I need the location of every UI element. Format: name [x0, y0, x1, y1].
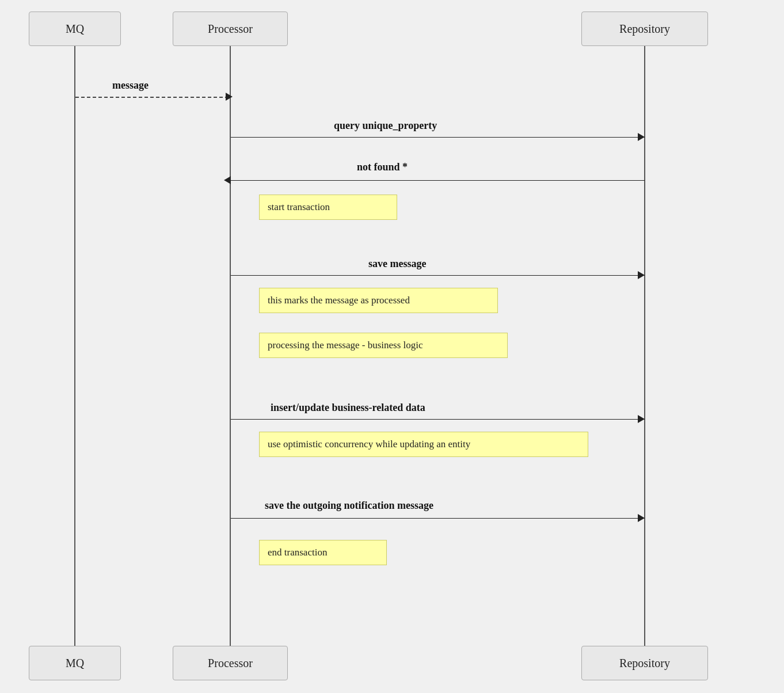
- arrowhead-save-message: [638, 271, 645, 279]
- arrow-line-insert-update: [231, 419, 645, 420]
- arrowhead-save-outgoing: [638, 514, 645, 522]
- arrow-line-notfound: [231, 180, 645, 181]
- actor-processor-top: Processor: [173, 12, 288, 46]
- actor-repository-bottom: Repository: [581, 646, 708, 680]
- note-marks-processed: this marks the message as processed: [259, 288, 498, 313]
- lifeline-mq: [74, 46, 75, 646]
- arrow-line-save-message: [231, 275, 645, 276]
- arrowhead-message: [226, 93, 233, 101]
- note-business-logic: processing the message - business logic: [259, 333, 508, 358]
- arrowhead-query: [638, 133, 645, 141]
- note-start-transaction: start transaction: [259, 195, 397, 220]
- actor-mq-bottom: MQ: [29, 646, 121, 680]
- actor-mq-top: MQ: [29, 12, 121, 46]
- arrow-label-query: query unique_property: [334, 120, 437, 132]
- actor-repository-top: Repository: [581, 12, 708, 46]
- sequence-diagram: MQ Processor Repository message query un…: [0, 0, 784, 693]
- actor-processor-bottom: Processor: [173, 646, 288, 680]
- arrow-line-save-outgoing: [231, 518, 645, 519]
- lifeline-processor: [230, 46, 231, 646]
- arrowhead-insert-update: [638, 415, 645, 423]
- arrowhead-notfound: [224, 176, 231, 184]
- note-end-transaction: end transaction: [259, 540, 387, 565]
- arrow-label-save-message: save message: [368, 258, 426, 270]
- note-optimistic: use optimistic concurrency while updatin…: [259, 432, 588, 457]
- arrow-label-insert-update: insert/update business-related data: [271, 402, 425, 414]
- arrow-line-message: [75, 97, 229, 98]
- arrow-label-save-outgoing: save the outgoing notification message: [265, 500, 433, 512]
- arrow-label-notfound: not found *: [357, 161, 408, 173]
- arrow-label-message: message: [112, 79, 149, 92]
- arrow-line-query: [231, 137, 645, 138]
